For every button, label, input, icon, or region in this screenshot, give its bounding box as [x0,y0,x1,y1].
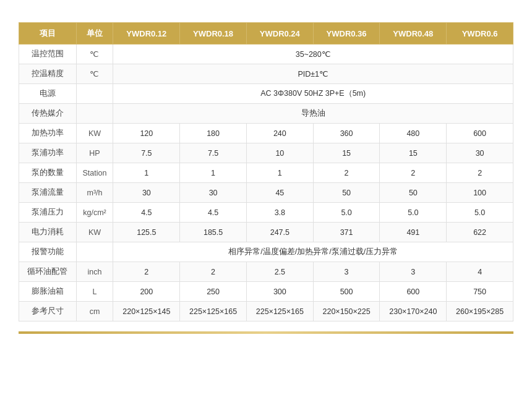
row-span-value: 35~280℃ [113,45,513,64]
row-cell: 4.5 [113,203,180,223]
row-cell: 220×150×225 [313,302,380,321]
row-unit: L [76,282,113,302]
row-cell: 2 [180,262,247,282]
row-cell: 2 [313,163,380,183]
row-unit: cm [76,302,113,321]
row-cell: 220×125×145 [113,302,180,321]
table-row: 膨胀油箱L200250300500600750 [19,282,513,302]
row-cell: 360 [313,124,380,143]
row-cell: 4.5 [180,203,247,223]
row-label: 循环油配管 [19,262,77,282]
row-cell: 225×125×165 [180,302,247,321]
row-span-value: 相序异常/温度偏差/加热异常/泵浦过载/压力异常 [113,242,513,262]
parameter-table: 项目 单位 YWDR0.12 YWDR0.18 YWDR0.24 YWDR0.3… [19,22,513,321]
row-cell: 750 [447,282,513,302]
row-cell: 15 [313,143,380,163]
row-span-value: AC 3Φ380V 50HZ 3P+E（5m) [113,84,513,104]
row-cell: 5.0 [313,203,380,223]
row-cell: 2 [447,163,513,183]
table-row: 循环油配管inch222.5334 [19,262,513,282]
table-row: 泵浦流量m³/h3030455050100 [19,183,513,203]
row-label: 泵浦功率 [19,143,77,163]
row-cell: 1 [246,163,313,183]
row-cell: 4 [447,262,513,282]
row-cell: 3 [380,262,447,282]
row-label: 加热功率 [19,124,77,143]
row-cell: 30 [180,183,247,203]
row-cell: 180 [180,124,247,143]
table-row: 电力消耗KW125.5185.5247.5371491622 [19,223,513,242]
row-cell: 230×170×240 [380,302,447,321]
row-cell: 50 [380,183,447,203]
row-cell: 1 [113,163,180,183]
col-header-ywdr06: YWDR0.6 [447,23,513,45]
col-header-ywdr012: YWDR0.12 [113,23,180,45]
row-cell: 125.5 [113,223,180,242]
table-row: 电源AC 3Φ380V 50HZ 3P+E（5m) [19,84,513,104]
row-unit: ℃ [76,64,113,84]
row-cell: 250 [180,282,247,302]
table-row: 泵的数量Station111222 [19,163,513,183]
row-cell: 600 [447,124,513,143]
row-cell: 120 [113,124,180,143]
row-unit [76,84,113,104]
row-cell: 185.5 [180,223,247,242]
row-label: 报警功能 [19,242,77,262]
row-cell: 600 [380,282,447,302]
row-label: 电力消耗 [19,223,77,242]
row-unit: ℃ [76,45,113,64]
col-header-item: 项目 [19,23,77,45]
row-unit [76,242,113,262]
row-cell: 200 [113,282,180,302]
col-header-ywdr018: YWDR0.18 [180,23,247,45]
row-cell: 5.0 [447,203,513,223]
row-label: 泵的数量 [19,163,77,183]
row-label: 传热媒介 [19,104,77,124]
page-container: 项目 单位 YWDR0.12 YWDR0.18 YWDR0.24 YWDR0.3… [0,0,532,346]
row-label: 温控范围 [19,45,77,64]
table-row: 传热媒介导热油 [19,104,513,124]
row-unit: KW [76,124,113,143]
row-cell: 371 [313,223,380,242]
row-cell: 7.5 [180,143,247,163]
row-cell: 5.0 [380,203,447,223]
row-label: 控温精度 [19,64,77,84]
row-cell: 10 [246,143,313,163]
row-cell: 30 [447,143,513,163]
row-cell: 225×125×165 [246,302,313,321]
col-header-unit: 单位 [76,23,113,45]
row-unit [76,104,113,124]
row-cell: 300 [246,282,313,302]
row-span-value: PID±1℃ [113,64,513,84]
col-header-ywdr024: YWDR0.24 [246,23,313,45]
table-row: 控温精度℃PID±1℃ [19,64,513,84]
row-unit: KW [76,223,113,242]
col-header-ywdr036: YWDR0.36 [313,23,380,45]
row-unit: kg/cm² [76,203,113,223]
row-label: 电源 [19,84,77,104]
row-unit: Station [76,163,113,183]
row-unit: inch [76,262,113,282]
row-cell: 15 [380,143,447,163]
col-header-ywdr048: YWDR0.48 [380,23,447,45]
row-cell: 622 [447,223,513,242]
row-label: 泵浦流量 [19,183,77,203]
row-unit: m³/h [76,183,113,203]
row-cell: 247.5 [246,223,313,242]
row-cell: 3.8 [246,203,313,223]
row-cell: 2.5 [246,262,313,282]
row-span-value: 导热油 [113,104,513,124]
row-cell: 260×195×285 [447,302,513,321]
table-row: 报警功能相序异常/温度偏差/加热异常/泵浦过载/压力异常 [19,242,513,262]
row-unit: HP [76,143,113,163]
row-label: 参考尺寸 [19,302,77,321]
row-cell: 7.5 [113,143,180,163]
row-cell: 45 [246,183,313,203]
row-cell: 2 [113,262,180,282]
table-row: 温控范围℃35~280℃ [19,45,513,64]
row-cell: 3 [313,262,380,282]
row-cell: 30 [113,183,180,203]
table-row: 参考尺寸cm220×125×145225×125×165225×125×1652… [19,302,513,321]
row-label: 膨胀油箱 [19,282,77,302]
table-row: 泵浦压力kg/cm²4.54.53.85.05.05.0 [19,203,513,223]
